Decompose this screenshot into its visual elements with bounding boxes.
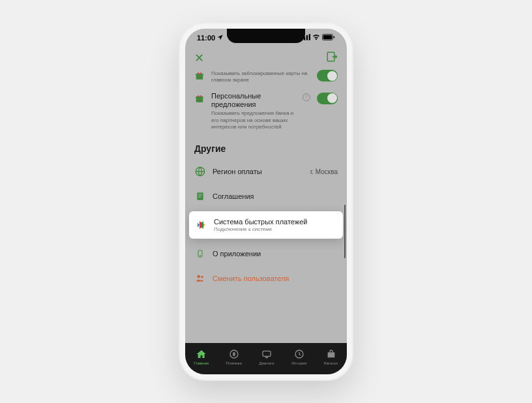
wifi-icon <box>312 34 320 42</box>
svg-rect-2 <box>306 35 308 40</box>
close-icon[interactable]: ✕ <box>194 51 204 65</box>
svg-point-21 <box>197 275 200 278</box>
blocked-cards-toggle[interactable] <box>317 70 338 82</box>
dialogs-icon <box>261 348 272 360</box>
globe-icon <box>194 166 206 177</box>
help-icon[interactable]: ? <box>303 93 310 101</box>
svg-rect-13 <box>199 97 200 102</box>
document-icon <box>194 190 206 202</box>
home-icon <box>196 348 207 360</box>
notch <box>227 29 305 43</box>
row-switch-user[interactable]: Сменить пользователя <box>185 266 347 291</box>
location-icon <box>217 34 224 42</box>
tab-catalog[interactable]: Каталог <box>324 348 338 365</box>
svg-rect-17 <box>198 196 202 196</box>
agreements-title: Соглашения <box>213 192 338 200</box>
catalog-icon <box>326 348 336 360</box>
tab-dialogs[interactable]: Диалоги <box>259 348 274 365</box>
users-icon <box>194 273 206 284</box>
row-about[interactable]: О приложении <box>185 241 347 266</box>
about-title: О приложении <box>213 250 338 258</box>
sbp-title: Система быстрых платежей <box>214 218 336 226</box>
tab-home-label: Главная <box>194 361 209 365</box>
phone-icon <box>194 248 206 260</box>
region-value: г. Москва <box>310 168 338 175</box>
sbp-sub: Подключение к системе <box>214 226 336 232</box>
svg-rect-10 <box>199 74 200 80</box>
personal-offers-title: Персональные предложения <box>211 92 296 109</box>
setting-personal-offers[interactable]: Персональные предложения Показывать пред… <box>185 88 347 135</box>
svg-rect-3 <box>309 34 310 40</box>
svg-rect-15 <box>197 192 203 200</box>
svg-rect-24 <box>263 351 271 356</box>
battery-icon <box>322 34 335 42</box>
tab-payments-label: Платежи <box>226 361 242 365</box>
gift-icon <box>194 70 205 81</box>
row-sbp[interactable]: Система быстрых платежей Подключение к с… <box>189 211 343 239</box>
tab-history[interactable]: История <box>291 348 306 365</box>
svg-rect-5 <box>323 35 332 39</box>
scrollbar[interactable] <box>344 205 346 258</box>
svg-rect-6 <box>334 36 335 38</box>
svg-point-20 <box>200 256 201 256</box>
svg-rect-18 <box>198 197 201 198</box>
status-time: 11:00 <box>197 34 215 42</box>
tab-dialogs-label: Диалоги <box>259 361 274 365</box>
svg-rect-16 <box>198 194 202 195</box>
row-region[interactable]: Регион оплаты г. Москва <box>185 159 347 184</box>
tab-catalog-label: Каталог <box>324 361 338 365</box>
tab-bar: Главная Платежи Диалоги История <box>185 343 347 374</box>
phone-frame: 11:00 ✕ <box>179 22 353 381</box>
screen: 11:00 ✕ <box>185 29 347 374</box>
tab-home[interactable]: Главная <box>194 348 209 365</box>
svg-point-22 <box>201 276 203 278</box>
content: Показывать заблокированные карты на глав… <box>185 69 347 343</box>
gift-icon <box>194 93 205 104</box>
personal-offers-toggle[interactable] <box>317 93 338 104</box>
exit-icon[interactable] <box>326 51 338 65</box>
history-icon <box>294 348 304 360</box>
switch-user-title: Сменить пользователя <box>213 275 338 282</box>
nav-bar: ✕ <box>185 47 347 69</box>
section-other-title: Другие <box>185 134 347 159</box>
sbp-icon <box>196 219 207 231</box>
region-title: Регион оплаты <box>213 168 304 175</box>
blocked-cards-title: Показывать заблокированные карты на глав… <box>211 70 310 84</box>
tab-payments[interactable]: Платежи <box>226 348 242 365</box>
tab-history-label: История <box>291 361 306 365</box>
row-agreements[interactable]: Соглашения <box>185 184 347 209</box>
svg-rect-26 <box>327 352 334 357</box>
personal-offers-desc: Показывать предложения банка и его партн… <box>211 110 296 130</box>
payments-icon <box>229 348 239 360</box>
setting-blocked-cards[interactable]: Показывать заблокированные карты на глав… <box>185 69 347 88</box>
